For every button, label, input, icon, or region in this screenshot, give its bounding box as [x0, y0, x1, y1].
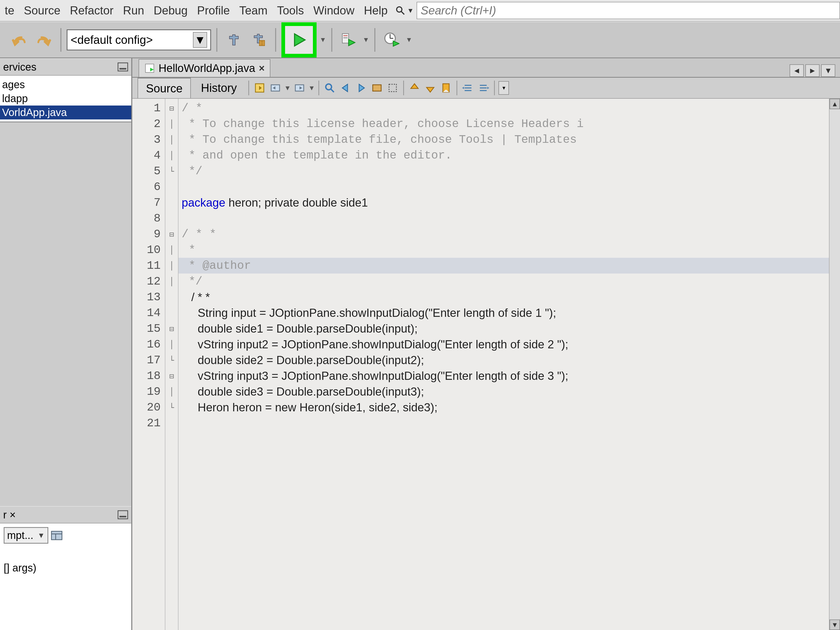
find-selection-icon[interactable] [323, 81, 336, 95]
code-line[interactable]: * and open the template in the editor. [178, 147, 829, 163]
code-line[interactable]: vString input2 = JOptionPane.showInputDi… [178, 336, 829, 352]
scroll-down-icon[interactable]: ▼ [829, 619, 840, 630]
profile-button[interactable] [381, 29, 403, 51]
history-tab[interactable]: History [193, 78, 245, 98]
search-input[interactable] [417, 2, 840, 19]
dropdown-icon[interactable]: ▼ [308, 80, 315, 96]
fold-column[interactable]: ⊟│││└⊟│││⊟│└⊟│└ [165, 99, 178, 630]
minimize-icon[interactable] [118, 510, 128, 519]
main-toolbar: <default config> ▼ ▼ ▼ ▼ [0, 22, 840, 58]
navigator-method[interactable]: [] args) [4, 562, 128, 574]
toolbar-separator [374, 28, 375, 52]
code-line[interactable] [178, 210, 829, 226]
toolbar-separator [318, 81, 319, 95]
more-icon[interactable]: ▾ [499, 81, 509, 95]
svg-marker-6 [349, 39, 355, 46]
search-icon[interactable] [395, 5, 406, 16]
code-line[interactable]: / * * [178, 226, 829, 242]
next-occurrence-icon[interactable] [423, 81, 437, 95]
project-tree[interactable]: agesldappVorldApp.java [0, 76, 131, 122]
file-tab[interactable]: HelloWorldApp.java × [139, 59, 270, 77]
svg-rect-3 [342, 33, 349, 43]
menu-item-refactor[interactable]: Refactor [65, 4, 118, 17]
menu-item-window[interactable]: Window [309, 4, 359, 17]
navigator-view-icon[interactable] [51, 529, 63, 542]
navigator-combo[interactable]: mpt... ▼ [4, 527, 128, 544]
run-button[interactable] [281, 22, 317, 57]
menu-item-source[interactable]: Source [19, 4, 65, 17]
config-select[interactable]: <default config> ▼ [67, 29, 211, 51]
scroll-right-icon[interactable]: ► [805, 64, 819, 77]
forward-icon[interactable] [293, 81, 306, 95]
undo-button[interactable] [8, 29, 30, 51]
scroll-left-icon[interactable]: ◄ [789, 64, 804, 77]
code-line[interactable]: * To change this template file, choose T… [178, 132, 829, 147]
run-dropdown[interactable]: ▼ [320, 32, 326, 48]
code-line[interactable]: / * * [178, 289, 829, 305]
code-line[interactable]: / * [178, 100, 829, 116]
shift-left-icon[interactable] [461, 81, 475, 95]
source-tab[interactable]: Source [137, 78, 191, 98]
code-editor[interactable]: 123456789101112131415161718192021 ⊟│││└⊟… [132, 99, 840, 630]
debug-dropdown[interactable]: ▼ [363, 32, 369, 48]
code-line[interactable]: */ [178, 273, 829, 289]
code-line[interactable] [178, 415, 829, 431]
services-panel-header[interactable]: ervices [0, 58, 131, 76]
profile-dropdown[interactable]: ▼ [406, 32, 412, 48]
clean-build-button[interactable] [248, 29, 270, 51]
chevron-down-icon[interactable]: ▼ [193, 32, 207, 48]
last-edit-icon[interactable] [253, 81, 267, 95]
code-line[interactable]: package heron; private double side1 [178, 195, 829, 210]
prev-bookmark-icon[interactable] [339, 81, 352, 95]
navigator-combo-label: mpt... [7, 529, 33, 541]
vertical-scrollbar[interactable]: ▲ ▼ [829, 99, 840, 630]
chevron-down-icon[interactable]: ▼ [38, 531, 45, 540]
file-tabs: HelloWorldApp.java × ◄ ► ▼ [132, 58, 840, 78]
search-dropdown-icon[interactable]: ▼ [407, 6, 414, 15]
svg-marker-2 [295, 34, 305, 46]
toolbar-separator [248, 81, 249, 95]
minimize-icon[interactable] [118, 63, 128, 71]
code-line[interactable]: Heron heron = new Heron(side1, side2, si… [178, 399, 829, 415]
code-line[interactable]: vString input3 = JOptionPane.showInputDi… [178, 368, 829, 384]
back-icon[interactable] [268, 81, 282, 95]
build-button[interactable] [223, 29, 245, 51]
code-line[interactable]: double side1 = Double.parseDouble(input)… [178, 321, 829, 336]
search-wrap: ▼ [395, 0, 840, 21]
code-line[interactable] [178, 179, 829, 195]
toggle-highlight-icon[interactable] [370, 81, 384, 95]
redo-button[interactable] [33, 29, 55, 51]
menu-item[interactable]: te [0, 4, 19, 17]
menu-item-profile[interactable]: Profile [193, 4, 235, 17]
prev-occurrence-icon[interactable] [408, 81, 421, 95]
close-icon[interactable]: × [259, 63, 265, 74]
menu-item-team[interactable]: Team [235, 4, 273, 17]
code-line[interactable]: double side3 = Double.parseDouble(input3… [178, 384, 829, 399]
scroll-up-icon[interactable]: ▲ [829, 99, 840, 109]
debug-button[interactable] [338, 29, 360, 51]
tree-item[interactable]: ages [0, 78, 131, 92]
dropdown-icon[interactable]: ▼ [284, 80, 291, 96]
next-bookmark-icon[interactable] [354, 81, 368, 95]
toggle-rectangular-icon[interactable] [386, 81, 399, 95]
code-line[interactable]: */ [178, 163, 829, 179]
tree-item[interactable]: VorldApp.java [0, 106, 131, 120]
config-label: <default config> [71, 33, 153, 46]
menu-item-help[interactable]: Help [359, 4, 392, 17]
code-area[interactable]: / * * To change this license header, cho… [178, 99, 829, 630]
tab-list-dropdown-icon[interactable]: ▼ [821, 64, 835, 77]
menu-item-run[interactable]: Run [118, 4, 149, 17]
tree-item[interactable]: ldapp [0, 92, 131, 106]
code-line[interactable]: * [178, 242, 829, 258]
menu-item-debug[interactable]: Debug [149, 4, 193, 17]
toggle-bookmark-icon[interactable] [439, 81, 453, 95]
code-line[interactable]: * @author [178, 258, 829, 273]
code-line[interactable]: * To change this license header, choose … [178, 116, 829, 132]
code-line[interactable]: String input = JOptionPane.showInputDial… [178, 305, 829, 321]
svg-point-22 [326, 84, 332, 90]
menu-item-tools[interactable]: Tools [272, 4, 309, 17]
svg-marker-10 [393, 41, 399, 46]
code-line[interactable]: double side2 = Double.parseDouble(input2… [178, 352, 829, 368]
shift-right-icon[interactable] [477, 81, 490, 95]
navigator-panel-header[interactable]: r × [0, 506, 131, 523]
